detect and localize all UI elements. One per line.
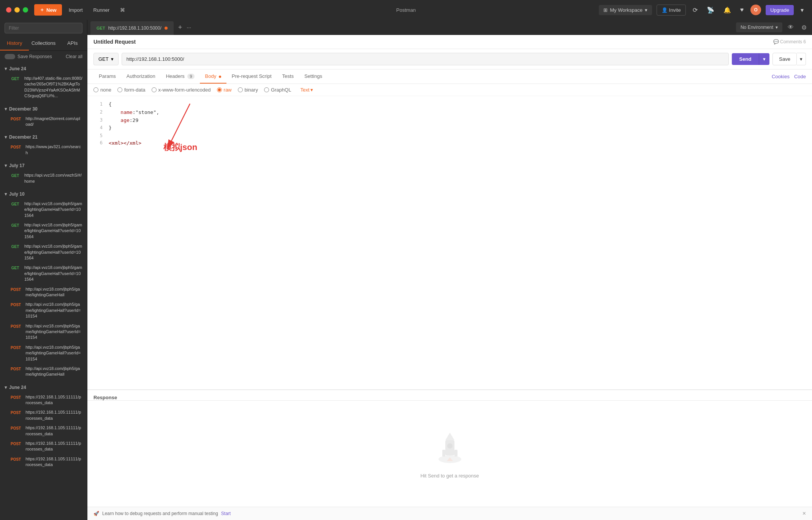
list-item[interactable]: POST https://192.168.1.105:11111/process…: [0, 423, 87, 439]
satellite-icon[interactable]: 📡: [704, 4, 717, 16]
list-item[interactable]: GET http://api.vvz18.com/jbph5/game/ligh…: [0, 263, 87, 284]
history-group-header[interactable]: ▾ December 30: [0, 104, 87, 114]
code-line-5: 5: [93, 132, 806, 139]
send-button[interactable]: Send: [732, 53, 759, 65]
learn-start-button[interactable]: Start: [221, 511, 231, 516]
invite-label: Invite: [669, 7, 681, 13]
svg-marker-4: [445, 433, 454, 440]
body-option-none[interactable]: none: [93, 87, 111, 93]
tab-collections[interactable]: Collections: [29, 36, 58, 51]
body-radio-form-data[interactable]: [117, 87, 122, 92]
comments-link[interactable]: 💬 Comments 6: [773, 39, 806, 44]
search-input[interactable]: [5, 23, 82, 33]
cookies-link[interactable]: Cookies: [772, 74, 790, 79]
list-item[interactable]: GET http://a407.static-file.com:8080/cac…: [0, 74, 87, 101]
workspace-button[interactable]: ⊞ My Workspace ▾: [599, 5, 652, 15]
chevron-down-icon: ▾: [645, 7, 647, 13]
maximize-button[interactable]: [23, 7, 28, 13]
url-input[interactable]: [122, 53, 729, 65]
close-button[interactable]: [6, 7, 11, 13]
list-item[interactable]: POST https://192.168.1.105:11111/process…: [0, 454, 87, 470]
save-dropdown-button[interactable]: ▾: [797, 53, 806, 65]
settings-dropdown-icon[interactable]: ▾: [798, 4, 806, 16]
bell-icon[interactable]: 🔔: [721, 4, 733, 16]
list-item[interactable]: POST http://api.vvz18.com/jbph5/game/lig…: [0, 343, 87, 364]
tab-tests[interactable]: Tests: [277, 70, 299, 84]
eye-icon[interactable]: 👁: [785, 22, 796, 33]
body-option-graphql[interactable]: GraphQL: [264, 87, 291, 93]
avatar[interactable]: O: [750, 5, 761, 15]
body-option-raw[interactable]: raw: [217, 87, 232, 93]
body-radio-none[interactable]: [93, 87, 98, 92]
body-radio-urlencoded[interactable]: [152, 87, 157, 92]
command-palette-button[interactable]: ⌘: [116, 5, 129, 15]
request-tab[interactable]: GET http://192.168.1.100:5000/: [90, 21, 174, 35]
request-tabs-left: Params Authorization Headers 9 Body Pre-…: [93, 70, 328, 84]
body-option-urlencoded[interactable]: x-www-form-urlencoded: [152, 87, 211, 93]
tab-headers[interactable]: Headers 9: [161, 70, 200, 84]
body-option-form-data[interactable]: form-data: [117, 87, 146, 93]
clear-all-button[interactable]: Clear all: [66, 54, 82, 59]
learn-close-button[interactable]: ×: [803, 510, 806, 517]
history-group-header[interactable]: ▾ July 10: [0, 189, 87, 199]
body-radio-raw[interactable]: [217, 87, 222, 92]
body-radio-graphql[interactable]: [264, 87, 269, 92]
import-button[interactable]: Import: [65, 5, 87, 15]
method-badge-post: POST: [9, 410, 22, 416]
method-select[interactable]: GET ▾: [93, 53, 119, 65]
list-item[interactable]: POST https://192.168.1.105:11111/process…: [0, 408, 87, 423]
add-tab-button[interactable]: +: [175, 24, 185, 32]
environment-selector[interactable]: No Environment ▾: [736, 22, 782, 32]
invite-button[interactable]: 👤 Invite: [657, 5, 686, 16]
tab-settings[interactable]: Settings: [299, 70, 328, 84]
body-radio-binary[interactable]: [238, 87, 243, 92]
list-item[interactable]: GET http://api.vvz18.com/jbph5/game/ligh…: [0, 220, 87, 242]
history-group-header[interactable]: ▾ June 24: [0, 64, 87, 74]
toggle-switch[interactable]: [5, 54, 15, 59]
tab-body[interactable]: Body: [200, 70, 226, 84]
tab-pre-request-script[interactable]: Pre-request Script: [226, 70, 277, 84]
text-format-dropdown[interactable]: Text ▾: [300, 87, 313, 93]
learn-text: 🚀 Learn how to debug requests and perfor…: [93, 511, 231, 516]
list-item[interactable]: GET http://api.vvz18.com/jbph5/game/ligh…: [0, 199, 87, 220]
heart-icon[interactable]: ♥: [738, 4, 746, 16]
history-group-header[interactable]: ▾ June 24: [0, 382, 87, 392]
tab-history[interactable]: History: [0, 36, 29, 51]
workspace-label: My Workspace: [610, 7, 643, 13]
chevron-down-icon: ▾: [5, 163, 7, 168]
code-editor[interactable]: 1 { 2 name:"stone", 3 age:29 4 } 5: [87, 96, 812, 390]
minimize-button[interactable]: [14, 7, 20, 13]
list-item[interactable]: POST http://api.vvz18.com/jbph5/game/lig…: [0, 364, 87, 379]
more-tabs-button[interactable]: ···: [187, 24, 191, 30]
settings-icon[interactable]: ⚙: [799, 22, 809, 33]
body-option-binary[interactable]: binary: [238, 87, 258, 93]
sync-icon[interactable]: ⟳: [690, 4, 700, 16]
response-hint: Hit Send to get a response: [421, 473, 479, 479]
runner-button[interactable]: Runner: [90, 5, 114, 15]
tab-apis[interactable]: APIs: [58, 36, 87, 51]
list-item[interactable]: GET http://api.vvz18.com/jbph5/game/ligh…: [0, 242, 87, 263]
history-group-header[interactable]: ▾ July 17: [0, 161, 87, 171]
method-badge-post: POST: [9, 144, 22, 150]
method-badge-post: POST: [9, 366, 22, 372]
send-dropdown-button[interactable]: ▾: [759, 53, 769, 65]
tab-params[interactable]: Params: [93, 70, 121, 84]
code-link[interactable]: Code: [794, 74, 806, 79]
history-group-header[interactable]: ▾ December 21: [0, 132, 87, 142]
list-item[interactable]: POST http://magnet2torrent.com/upload/: [0, 114, 87, 130]
list-item[interactable]: POST https://192.168.1.105:11111/process…: [0, 439, 87, 454]
list-item[interactable]: POST http://api.vvz18.com/jbph5/game/lig…: [0, 321, 87, 343]
list-item[interactable]: GET https://api.vvz18.com/vwzhS/#/home: [0, 171, 87, 186]
save-responses-toggle[interactable]: Save Responses: [5, 54, 52, 59]
tab-authorization[interactable]: Authorization: [121, 70, 161, 84]
history-url: http://api.vvz18.com/jbph5/game/lighting…: [24, 265, 82, 282]
headers-badge: 9: [187, 74, 194, 79]
new-button[interactable]: ＋ New: [34, 4, 62, 16]
upgrade-button[interactable]: Upgrade: [766, 5, 794, 15]
list-item[interactable]: POST https://192.168.1.105:11111/process…: [0, 392, 87, 408]
body-active-dot: [219, 76, 221, 78]
save-button[interactable]: Save: [772, 53, 797, 65]
list-item[interactable]: POST https://www.jav321.com/search: [0, 142, 87, 158]
list-item[interactable]: POST http://api.vvz18.com/jbph5/game/lig…: [0, 300, 87, 321]
list-item[interactable]: POST http://api.vvz18.com/jbph5/game/lig…: [0, 284, 87, 300]
